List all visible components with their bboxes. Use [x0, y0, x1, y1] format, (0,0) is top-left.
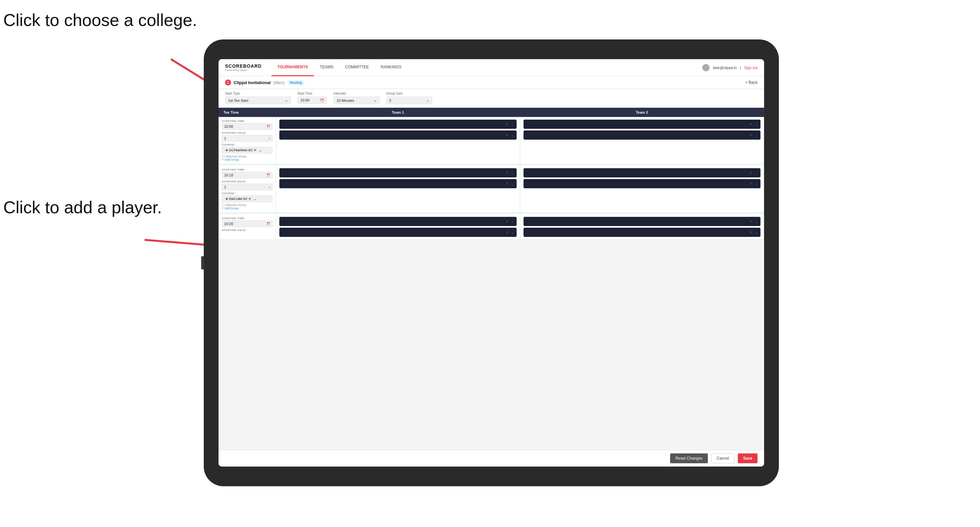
reset-changes-button[interactable]: Reset Changes: [670, 453, 708, 463]
tablet-side-button: [201, 256, 204, 270]
clock-icon-2: ⏰: [267, 173, 270, 177]
starting-time-label-3: STARTING TIME:: [222, 217, 272, 220]
sub-header: C Clippd Invitational (Men) Hosting < Ba…: [218, 76, 764, 89]
course-label-2: COURSE:: [222, 192, 272, 195]
expand-icon: ⌄: [511, 122, 514, 127]
chevron-down-icon-3: ⌄: [426, 98, 429, 103]
intervals-select[interactable]: 10 Minutes ⌄: [334, 97, 380, 104]
table-row: STARTING TIME: 10:00 ⏰ STARTING HOLE: 1 …: [218, 117, 764, 164]
course-tag-2: ★ East Lake GC ✕: [224, 197, 252, 201]
expand-icon: ⌄: [754, 170, 758, 175]
expand-icon: ⌄: [511, 170, 514, 175]
player-slot[interactable]: ✕ ⌄: [523, 168, 761, 178]
tee-time-cell-3: STARTING TIME: 10:20 ⏰ STARTING HOLE:: [218, 214, 276, 240]
course-row-2[interactable]: ★ East Lake GC ✕ ⌄: [222, 195, 272, 202]
x-icon: ✕: [506, 170, 509, 175]
remove-course-icon-1[interactable]: ✕: [254, 149, 256, 152]
cancel-button[interactable]: Cancel: [711, 453, 735, 463]
x-icon: ✕: [749, 133, 752, 137]
tournament-gender: (Men): [274, 80, 285, 85]
team1-cell-2: ✕ ⌄ ✕ ⌄: [276, 166, 520, 213]
nav-right: blair@clippd.io | Sign out: [702, 64, 757, 71]
starting-hole-input-2[interactable]: 1 ↕: [222, 184, 272, 190]
tablet-screen: SCOREBOARD Powered by clippd TOURNAMENTS…: [218, 59, 764, 467]
add-group-btn-2[interactable]: + Add Group: [222, 207, 272, 210]
col-tee-time: Tee Time: [218, 108, 276, 117]
chevron-down-icon-2: ⌄: [374, 98, 377, 103]
start-type-group: Start Type 1st Tee Start ⌄: [225, 92, 291, 104]
annotation-add-player: Click to add a player.: [3, 197, 162, 217]
table-body: STARTING TIME: 10:00 ⏰ STARTING HOLE: 1 …: [218, 117, 764, 450]
nav-link-committee[interactable]: COMMITTEE: [339, 59, 375, 76]
clock-icon: ⏰: [320, 98, 324, 102]
hosting-badge: Hosting: [287, 80, 305, 85]
controls-row: Start Type 1st Tee Start ⌄ Start Time 10…: [218, 89, 764, 108]
clock-icon-1: ⏰: [267, 125, 270, 128]
player-slot[interactable]: ✕ ⌄: [523, 217, 761, 226]
starting-hole-label-2: STARTING HOLE:: [222, 180, 272, 183]
start-type-select[interactable]: 1st Tee Start ⌄: [225, 97, 291, 104]
x-icon: ✕: [749, 219, 752, 224]
x-icon: ✕: [506, 181, 509, 186]
back-button[interactable]: < Back: [745, 80, 757, 85]
starting-hole-input-1[interactable]: 1 ↕: [222, 135, 272, 141]
expand-icon: ⌄: [754, 230, 758, 235]
x-icon: ✕: [506, 219, 509, 224]
avatar: [702, 64, 710, 71]
intervals-group: Intervals 10 Minutes ⌄: [334, 92, 380, 104]
x-icon: ✕: [749, 122, 752, 127]
player-slot[interactable]: ✕ ⌄: [279, 130, 517, 140]
team2-cell-1: ✕ ⌄ ✕ ⌄: [520, 117, 764, 164]
player-slot[interactable]: ✕ ⌄: [523, 228, 761, 237]
x-icon: ✕: [749, 181, 752, 186]
action-bar: Reset Changes Cancel Save: [218, 450, 764, 467]
player-slot[interactable]: ✕ ⌄: [279, 120, 517, 129]
expand-icon: ⌄: [754, 133, 758, 137]
save-button[interactable]: Save: [738, 453, 757, 463]
group-size-select[interactable]: 3 ⌄: [386, 97, 432, 104]
sign-out-link[interactable]: Sign out: [745, 66, 757, 70]
player-slot[interactable]: ✕ ⌄: [279, 168, 517, 178]
x-icon: ✕: [506, 122, 509, 127]
table-row: STARTING TIME: 10:10 ⏰ STARTING HOLE: 1 …: [218, 166, 764, 213]
starting-time-input-3[interactable]: 10:20 ⏰: [222, 221, 272, 227]
chevron-down-icon: ⌄: [285, 98, 288, 103]
course-row-1[interactable]: ★ (A) Peachtree GC ✕ ⌄: [222, 147, 272, 154]
starting-time-input-2[interactable]: 10:10 ⏰: [222, 172, 272, 178]
x-icon: ✕: [749, 230, 752, 235]
course-expand-icon-1: ⌄: [259, 149, 262, 152]
starting-time-input-1[interactable]: 10:00 ⏰: [222, 123, 272, 130]
player-slot[interactable]: ✕ ⌄: [279, 179, 517, 188]
remove-group-btn-2[interactable]: ◯ Remove Group: [222, 203, 272, 207]
player-slot[interactable]: ✕ ⌄: [279, 217, 517, 226]
expand-icon: ⌄: [511, 219, 514, 224]
clock-icon-3: ⏰: [267, 222, 270, 225]
nav-link-teams[interactable]: TEAMS: [314, 59, 339, 76]
player-slot[interactable]: ✕ ⌄: [523, 130, 761, 140]
player-slot[interactable]: ✕ ⌄: [523, 179, 761, 188]
start-time-input[interactable]: 10:00 ⏰: [298, 97, 327, 104]
clippd-logo: C: [225, 79, 231, 86]
expand-icon: ⌄: [511, 181, 514, 186]
starting-time-label-2: STARTING TIME:: [222, 168, 272, 171]
remove-group-btn-1[interactable]: ◯ Remove Group: [222, 155, 272, 158]
remove-course-icon-2[interactable]: ✕: [248, 197, 251, 200]
player-slot[interactable]: ✕ ⌄: [279, 228, 517, 237]
player-slot[interactable]: ✕ ⌄: [523, 120, 761, 129]
start-time-group: Start Time 10:00 ⏰: [298, 92, 327, 104]
team1-cell-3: ✕ ⌄ ✕ ⌄: [276, 214, 520, 240]
start-time-label: Start Time: [298, 92, 327, 95]
brand: SCOREBOARD Powered by clippd: [225, 63, 262, 71]
expand-icon: ⌄: [754, 219, 758, 224]
spinner-icon-1: ↕: [269, 137, 270, 140]
tournament-name: C Clippd Invitational (Men) Hosting: [225, 79, 305, 86]
group-size-label: Group Size: [386, 92, 432, 95]
nav-link-tournaments[interactable]: TOURNAMENTS: [272, 59, 314, 76]
team2-cell-3: ✕ ⌄ ✕ ⌄: [520, 214, 764, 240]
add-group-btn-1[interactable]: + Add Group: [222, 158, 272, 161]
nav-link-rankings[interactable]: RANKINGS: [375, 59, 407, 76]
team2-cell-2: ✕ ⌄ ✕ ⌄: [520, 166, 764, 213]
intervals-label: Intervals: [334, 92, 380, 95]
x-icon: ✕: [749, 170, 752, 175]
expand-icon: ⌄: [754, 181, 758, 186]
